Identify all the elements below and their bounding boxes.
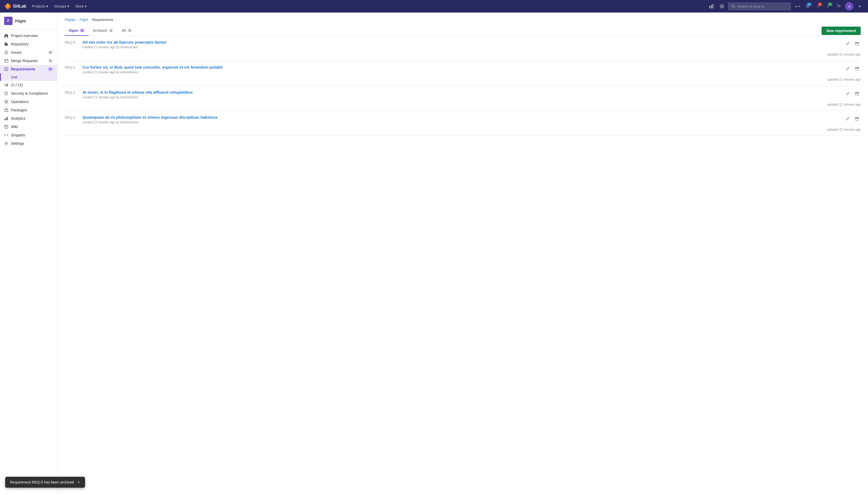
breadcrumb: Flightjs › Flight › Requirements: [65, 18, 861, 22]
page-layout: F Flight Project overview Repository Iss…: [0, 13, 868, 495]
sidebar-label: List: [11, 75, 17, 79]
requirement-title[interactable]: Cur fortior sit, si illud, quod tute con…: [82, 65, 824, 69]
requirement-item: REQ-1 Quamquam ab iis philosophiam et om…: [65, 111, 861, 136]
breadcrumb-sep-1: ›: [77, 18, 78, 22]
edit-requirement-button[interactable]: [844, 116, 851, 123]
svg-rect-19: [5, 109, 8, 112]
archived-tab-count: 1: [108, 29, 113, 32]
sidebar-item-repository[interactable]: Repository: [0, 40, 57, 48]
toast-notification: Requirement REQ-5 has been archived ×: [5, 477, 85, 488]
issues-badge: 11: [807, 3, 812, 6]
requirement-item: REQ-2 At miser, si in flagitiosa et viti…: [65, 86, 861, 111]
svg-rect-0: [710, 6, 710, 8]
toast-close-button[interactable]: ×: [77, 480, 80, 484]
requirements-count-badge: 5: [48, 67, 53, 71]
edit-requirement-button[interactable]: [844, 90, 851, 98]
archive-requirement-button[interactable]: [853, 90, 861, 98]
sidebar: F Flight Project overview Repository Iss…: [0, 13, 57, 495]
design-icon-btn[interactable]: [718, 2, 726, 11]
todo-counter-btn[interactable]: ✓ 20: [824, 2, 833, 11]
new-requirement-button[interactable]: New requirement: [821, 27, 861, 35]
sidebar-label: Snippets: [11, 133, 25, 137]
sidebar-toggle-btn[interactable]: ▾: [855, 2, 864, 11]
sidebar-label: Issues: [11, 50, 21, 54]
svg-point-17: [7, 85, 8, 86]
issues-count-badge: 9: [48, 51, 53, 54]
breadcrumb-flightjs[interactable]: Flightjs: [65, 18, 75, 22]
requirement-actions: [844, 116, 861, 123]
sidebar-item-security-compliance[interactable]: Security & Compliance: [0, 89, 57, 98]
requirement-meta: created 21 minutes ago by Administrator: [82, 70, 824, 74]
sidebar-item-settings[interactable]: Settings: [0, 139, 57, 148]
sidebar-label: Repository: [11, 42, 29, 46]
gitlab-logo[interactable]: GitLab: [4, 3, 26, 10]
breadcrumb-sep-2: ›: [89, 18, 90, 22]
edit-requirement-button[interactable]: [844, 40, 851, 48]
mr-counter-btn[interactable]: ⑂ 1: [814, 2, 822, 11]
project-icon: F: [4, 17, 13, 25]
sidebar-label: Wiki: [11, 125, 18, 129]
sidebar-label: Packages: [11, 108, 27, 112]
sidebar-label: Operations: [11, 100, 29, 104]
requirement-body: At miser, si in flagitiosa et vitiosa vi…: [82, 90, 824, 99]
more-menu[interactable]: More ▾: [73, 3, 89, 10]
archive-requirement-button[interactable]: [853, 66, 861, 72]
chevron-down-icon: ▾: [46, 4, 48, 8]
tab-all[interactable]: All 5: [118, 26, 136, 36]
sidebar-item-snippets[interactable]: Snippets: [0, 131, 57, 139]
sidebar-label: Settings: [11, 141, 24, 146]
svg-point-26: [6, 143, 7, 144]
help-btn[interactable]: ? ▾: [835, 2, 843, 11]
requirement-meta: created 21 minutes ago by Administrator: [82, 96, 824, 99]
sidebar-item-operations[interactable]: Operations: [0, 98, 57, 106]
requirement-title[interactable]: Quamquam ab iis philosophiam et omnes in…: [82, 115, 824, 119]
svg-rect-20: [4, 119, 5, 120]
breadcrumb-flight[interactable]: Flight: [80, 18, 88, 22]
sidebar-item-packages[interactable]: Packages: [0, 106, 57, 114]
svg-point-15: [5, 85, 6, 86]
sidebar-item-requirements[interactable]: Requirements 5: [0, 65, 57, 73]
requirement-actions: [844, 40, 861, 48]
svg-point-8: [5, 59, 6, 60]
create-button[interactable]: ＋ ▾: [793, 2, 801, 11]
sidebar-item-issues[interactable]: Issues 9: [0, 48, 57, 56]
project-header: F Flight: [0, 13, 57, 30]
edit-requirement-button[interactable]: [844, 66, 851, 72]
main-content: Flightjs › Flight › Requirements Open 4 …: [57, 13, 868, 495]
tab-archived[interactable]: Archived 1: [89, 26, 118, 36]
issues-counter-btn[interactable]: ☰ 11: [803, 2, 812, 11]
requirement-meta: created 22 minutes ago by Administrator: [82, 120, 824, 124]
tab-open[interactable]: Open 4: [65, 26, 89, 36]
requirement-body: Ad eas enim res ab Epicuro praecepta dan…: [82, 40, 824, 49]
requirement-item: REQ-4 Ad eas enim res ab Epicuro praecep…: [65, 36, 861, 61]
sidebar-label: Project overview: [11, 34, 38, 38]
archive-requirement-button[interactable]: [853, 116, 861, 123]
sidebar-label: Merge Requests: [11, 59, 38, 63]
projects-menu[interactable]: Projects ▾: [30, 3, 51, 10]
groups-menu[interactable]: Groups ▾: [52, 3, 72, 10]
chevron-down-icon: ▾: [85, 4, 87, 8]
requirement-id: REQ-2: [65, 90, 79, 95]
sidebar-item-project-overview[interactable]: Project overview: [0, 32, 57, 40]
analytics-icon-btn[interactable]: [707, 2, 716, 11]
sidebar-item-merge-requests[interactable]: Merge Requests 4: [0, 56, 57, 65]
breadcrumb-requirements: Requirements: [92, 18, 114, 22]
sidebar-item-wiki[interactable]: Wiki: [0, 123, 57, 131]
sidebar-item-analytics[interactable]: Analytics: [0, 114, 57, 123]
topnav-links: Projects ▾ Groups ▾ More ▾: [30, 3, 89, 10]
requirement-id: REQ-1: [65, 115, 79, 119]
requirement-updated: updated 22 minutes ago: [827, 128, 861, 132]
search-bar[interactable]: Search or jump to...: [728, 3, 791, 10]
svg-point-4: [732, 5, 734, 7]
archive-requirement-button[interactable]: [853, 40, 861, 48]
requirement-title[interactable]: At miser, si in flagitiosa et vitiosa vi…: [82, 90, 824, 95]
sidebar-subitem-list[interactable]: List: [0, 73, 57, 81]
sidebar-item-ci-cd[interactable]: CI / CD: [0, 81, 57, 89]
svg-rect-22: [7, 117, 8, 120]
requirement-updated: updated 21 minutes ago: [827, 78, 861, 81]
open-tab-count: 4: [80, 29, 85, 32]
sidebar-label: Security & Compliance: [11, 91, 48, 96]
user-avatar[interactable]: A: [845, 2, 853, 11]
requirement-title[interactable]: Ad eas enim res ab Epicuro praecepta dan…: [82, 40, 824, 44]
todo-badge: 20: [828, 3, 833, 6]
